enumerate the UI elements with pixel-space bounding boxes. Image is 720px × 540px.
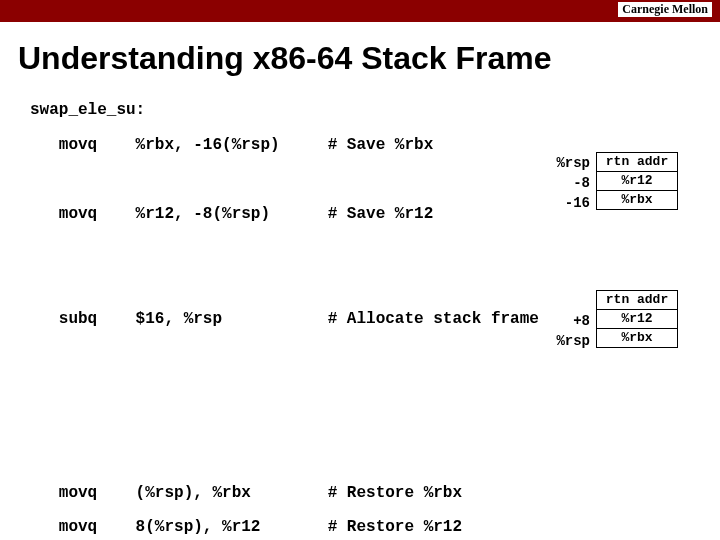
stack-cell: rtn addr <box>596 290 678 310</box>
top-bar: Carnegie Mellon <box>0 0 720 22</box>
rsp-label: %rsp <box>540 332 590 350</box>
offset-label: +8 <box>540 312 590 330</box>
stack-cell: %rbx <box>596 190 678 210</box>
offset-label: -8 <box>540 174 590 192</box>
blank <box>30 415 720 433</box>
blank <box>30 345 720 363</box>
code-line: movq (%rsp), %rbx # Restore %rbx <box>30 485 720 503</box>
stack-cell: %rbx <box>596 328 678 348</box>
brand: Carnegie Mellon <box>618 2 712 17</box>
stack-cell: %r12 <box>596 309 678 329</box>
offset-label: -16 <box>540 194 590 212</box>
blank <box>30 241 720 259</box>
stack-cell: rtn addr <box>596 152 678 172</box>
slide-title: Understanding x86-64 Stack Frame <box>0 22 720 85</box>
rsp-label: %rsp <box>540 154 590 172</box>
code-line: swap_ele_su: <box>30 102 720 120</box>
blank <box>30 450 720 468</box>
stack-cell: %r12 <box>596 171 678 191</box>
blank <box>30 380 720 398</box>
code-line: movq 8(%rsp), %r12 # Restore %r12 <box>30 519 720 537</box>
